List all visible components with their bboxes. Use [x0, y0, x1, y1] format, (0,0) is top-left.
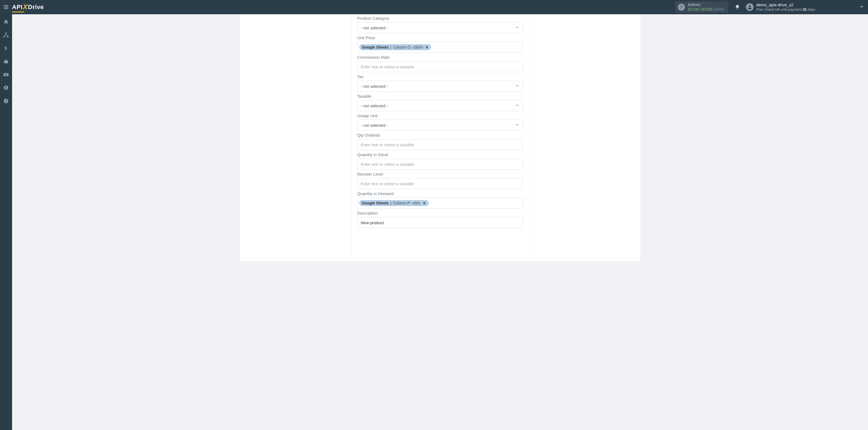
sidebar-sitemap-icon[interactable]	[3, 32, 9, 38]
actions-label: Actions:	[688, 2, 724, 7]
token-source: Google Sheets	[362, 201, 389, 205]
token-remove-icon[interactable]: ✕	[425, 45, 428, 50]
select-text: - not selected -	[361, 123, 388, 128]
svg-point-12	[5, 87, 7, 88]
outer-card: Product Category - not selected - Unit P…	[240, 14, 641, 261]
input-el[interactable]	[361, 217, 520, 228]
label-reorder-level: Reorder Level	[357, 172, 523, 177]
label-product-category: Product Category	[357, 16, 523, 21]
input-description[interactable]	[357, 217, 523, 228]
input-el[interactable]	[361, 159, 520, 169]
token-column: Column P:	[393, 201, 411, 205]
page-wrap: Product Category - not selected - Unit P…	[12, 14, 868, 272]
field-quantity-in-demand: Quantity in Demand Google Sheets | Colum…	[357, 191, 523, 209]
label-qty-ordered: Qty Ordered	[357, 133, 523, 137]
logo-text-x: X	[23, 3, 28, 11]
field-description: Description	[357, 211, 523, 228]
sidebar-user-icon[interactable]	[3, 85, 9, 91]
actions-used: 25'140	[688, 7, 699, 11]
plan-days-num: 31	[803, 7, 807, 11]
actions-pct: (50%)	[714, 7, 724, 11]
svg-rect-4	[5, 33, 7, 34]
field-product-category: Product Category - not selected -	[357, 16, 523, 33]
select-tax[interactable]: - not selected -	[357, 81, 523, 92]
input-qty-ordered[interactable]	[357, 139, 523, 150]
sidebar: $ ?	[0, 14, 12, 272]
select-text: - not selected -	[361, 84, 388, 89]
actions-sep: /	[700, 7, 701, 11]
actions-text: Actions: 25'140/50'000(50%)	[688, 2, 724, 12]
bell-icon[interactable]	[734, 4, 741, 10]
select-taxable[interactable]: - not selected -	[357, 100, 523, 111]
label-commission-rate: Commission Rate	[357, 55, 523, 60]
field-commission-rate: Commission Rate	[357, 55, 523, 72]
input-el[interactable]	[361, 140, 520, 150]
field-quantity-in-stock: Quantity in Stock	[357, 152, 523, 170]
field-tax: Tax - not selected -	[357, 74, 523, 92]
sidebar-dollar-icon[interactable]: $	[3, 45, 9, 52]
chevron-down-icon	[515, 84, 520, 89]
info-icon: i	[678, 4, 685, 11]
token-value: «500»	[412, 45, 423, 50]
variable-token: Google Sheets | Column P: «50» ✕	[359, 200, 429, 206]
sidebar-help-icon[interactable]: ?	[3, 98, 9, 104]
label-description: Description	[357, 211, 523, 215]
actions-counter[interactable]: i Actions: 25'140/50'000(50%)	[675, 1, 728, 13]
app-header: APIXDrive i Actions: 25'140/50'000(50%) …	[0, 0, 868, 14]
input-commission-rate[interactable]	[357, 61, 523, 72]
chevron-down-icon[interactable]	[859, 4, 864, 10]
token-value: «50»	[412, 201, 421, 205]
sidebar-youtube-icon[interactable]	[3, 71, 9, 78]
token-column: Column O:	[393, 45, 411, 50]
field-qty-ordered: Qty Ordered	[357, 133, 523, 150]
svg-rect-5	[4, 36, 5, 38]
menu-hamburger-icon[interactable]	[3, 4, 9, 10]
actions-values: 25'140/50'000(50%)	[688, 7, 724, 12]
label-quantity-in-stock: Quantity in Stock	[357, 152, 523, 157]
actions-total: 50'000	[701, 7, 713, 11]
input-reorder-level[interactable]	[357, 178, 523, 189]
chevron-down-icon	[515, 103, 520, 109]
field-taxable: Taxable - not selected -	[357, 94, 523, 111]
plan-days-suffix: days	[807, 7, 815, 11]
field-reorder-level: Reorder Level	[357, 172, 523, 189]
chevron-down-icon	[515, 123, 520, 128]
label-tax: Tax	[357, 74, 523, 79]
token-pipe: |	[391, 45, 392, 50]
svg-rect-6	[7, 36, 8, 38]
form-card: Product Category - not selected - Unit P…	[351, 14, 529, 261]
logo[interactable]: APIXDrive	[12, 3, 44, 11]
input-el[interactable]	[361, 61, 520, 72]
label-quantity-in-demand: Quantity in Demand	[357, 191, 523, 196]
field-usage-unit: Usage Unit - not selected -	[357, 113, 523, 131]
svg-text:$: $	[4, 46, 7, 51]
chevron-down-icon	[515, 25, 520, 30]
user-menu[interactable]: demo_apix-drive_s2 Plan |Start| left unt…	[746, 2, 815, 12]
label-taxable: Taxable	[357, 94, 523, 98]
token-pipe: |	[391, 201, 392, 205]
variable-token: Google Sheets | Column O: «500» ✕	[359, 44, 431, 50]
plan-prefix: Plan |Start| left until payment	[756, 7, 803, 11]
field-unit-price: Unit Price Google Sheets | Column O: «50…	[357, 35, 523, 53]
select-product-category[interactable]: - not selected -	[357, 22, 523, 33]
avatar-icon	[746, 3, 753, 11]
user-name: demo_apix-drive_s2	[756, 2, 815, 7]
svg-point-3	[749, 5, 751, 7]
logo-underline	[12, 11, 24, 12]
select-text: - not selected -	[361, 103, 388, 108]
svg-rect-8	[4, 61, 8, 63]
input-unit-price[interactable]: Google Sheets | Column O: «500» ✕	[357, 42, 523, 53]
logo-text-drive: Drive	[28, 4, 44, 11]
user-text: demo_apix-drive_s2 Plan |Start| left unt…	[756, 2, 815, 12]
token-remove-icon[interactable]: ✕	[423, 201, 426, 205]
label-unit-price: Unit Price	[357, 35, 523, 40]
select-usage-unit[interactable]: - not selected -	[357, 120, 523, 131]
sidebar-home-icon[interactable]	[3, 19, 9, 25]
svg-text:?: ?	[5, 99, 7, 103]
input-el[interactable]	[361, 178, 520, 189]
sidebar-briefcase-icon[interactable]	[3, 58, 9, 65]
plan-line: Plan |Start| left until payment 31 days	[756, 7, 815, 12]
input-quantity-in-stock[interactable]	[357, 159, 523, 170]
label-usage-unit: Usage Unit	[357, 113, 523, 118]
input-quantity-in-demand[interactable]: Google Sheets | Column P: «50» ✕	[357, 197, 523, 209]
